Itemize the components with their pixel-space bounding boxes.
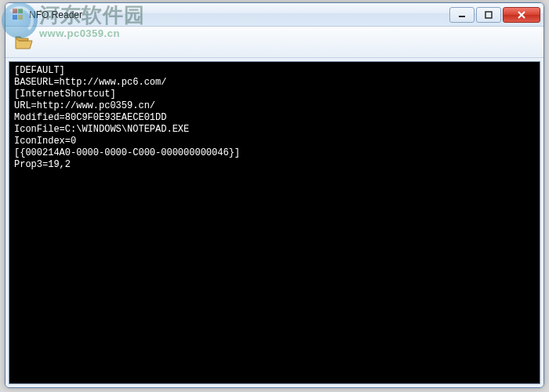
window-controls [448,7,540,23]
folder-open-icon [14,34,33,51]
app-icon [12,9,24,21]
open-file-button[interactable] [10,30,37,55]
close-button[interactable] [503,7,540,23]
window-title: NFO Reader [29,9,82,20]
app-window: NFO Reader [DEFAULT] BASEURL=http://www.… [5,2,544,388]
titlebar[interactable]: NFO Reader [5,3,544,27]
content-area: [DEFAULT] BASEURL=http://www.pc6.com/ [I… [5,58,544,387]
toolbar [5,27,544,58]
svg-rect-1 [485,12,492,18]
nfo-text-view[interactable]: [DEFAULT] BASEURL=http://www.pc6.com/ [I… [9,61,540,384]
maximize-button[interactable] [476,7,501,23]
minimize-button[interactable] [449,7,474,23]
